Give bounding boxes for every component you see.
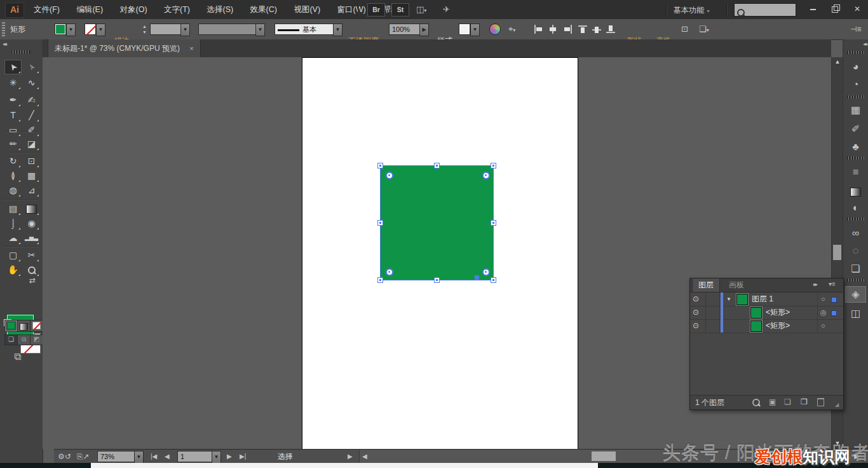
column-graph-tool[interactable]: ▂▅▃ xyxy=(23,231,40,245)
selection-handle-se[interactable] xyxy=(491,277,496,283)
style-dropdown[interactable]: ▼ xyxy=(470,24,480,36)
layer-name[interactable]: 图层 1 xyxy=(752,292,773,306)
menu-select[interactable]: 选择(S) xyxy=(200,0,240,19)
layer-row[interactable]: ⊙ ▼ 图层 1 ○ xyxy=(690,292,843,306)
collapse-dock-icon[interactable]: ◂◂ xyxy=(863,41,866,47)
object-center-point[interactable] xyxy=(475,275,479,280)
target-circle-icon[interactable]: ○ xyxy=(821,295,825,303)
document-tab[interactable]: 未标题-1* @ 73% (CMYK/GPU 预览) × xyxy=(48,39,201,57)
draw-normal-mode-button[interactable]: ❏ xyxy=(4,334,18,345)
image-trace-panel-icon[interactable]: ◌ xyxy=(845,243,866,259)
isolate-object-icon[interactable]: ❏▾ xyxy=(699,19,709,41)
align-top-icon[interactable] xyxy=(578,25,589,34)
artboard-number-dropdown[interactable]: ▼ xyxy=(212,451,221,464)
color-guide-panel-icon[interactable]: ◔ xyxy=(845,76,866,93)
status-flyout-icon[interactable]: ▶ xyxy=(348,450,353,464)
pen-tool[interactable]: ✒ xyxy=(4,93,22,107)
align-to-selection-icon[interactable]: ⌖▾ xyxy=(508,19,515,41)
panel-options-icon[interactable]: ⊣≡ xyxy=(850,19,861,39)
gradient-button[interactable] xyxy=(17,320,31,332)
perspective-grid-tool[interactable]: ⊿ xyxy=(23,183,40,198)
rotate-tool[interactable]: ↻ xyxy=(4,154,22,169)
object-name[interactable]: <矩形> xyxy=(766,319,790,333)
stroke-weight-field[interactable] xyxy=(150,24,184,35)
menu-effect[interactable]: 效果(C) xyxy=(243,0,284,19)
fill-color-dropdown[interactable]: ▼ xyxy=(66,24,76,36)
gpu-performance-icon[interactable]: ⚙↺ xyxy=(58,450,71,464)
stroke-style-dropdown[interactable]: ▼ xyxy=(333,24,342,36)
transparency-panel-icon[interactable]: ◐ xyxy=(845,200,866,216)
artboard-tool[interactable]: ▢ xyxy=(4,248,22,263)
tab-close-icon[interactable]: × xyxy=(189,45,193,52)
object-name[interactable]: <矩形> xyxy=(766,306,790,319)
magic-wand-tool[interactable]: ✳ xyxy=(4,76,22,90)
type-tool[interactable]: T xyxy=(4,108,22,123)
pencil-tool[interactable]: ✏ xyxy=(4,137,22,151)
selection-handle-s[interactable] xyxy=(434,277,440,283)
align-right-icon[interactable] xyxy=(562,25,573,34)
next-artboard-icon[interactable]: ▶ xyxy=(227,450,232,464)
mesh-tool[interactable]: ▤ xyxy=(4,202,22,216)
fill-color-swatch[interactable] xyxy=(55,24,66,35)
align-middle-icon[interactable] xyxy=(592,25,603,34)
selection-indicator[interactable] xyxy=(831,310,837,316)
horizontal-scroll-thumb[interactable] xyxy=(592,451,616,461)
menu-edit[interactable]: 编辑(E) xyxy=(69,0,110,19)
menu-file[interactable]: 文件(F) xyxy=(27,0,67,19)
panel-menu-icon[interactable]: ▾≡ xyxy=(829,280,836,287)
collapse-panel-icon[interactable]: ▸▸ xyxy=(813,281,817,287)
color-button[interactable] xyxy=(4,320,18,332)
resize-grip[interactable]: ◢ xyxy=(835,402,839,408)
brushes-panel-icon[interactable]: ✐ xyxy=(845,121,866,137)
recolor-artwork-icon[interactable] xyxy=(489,24,501,35)
selection-indicator[interactable] xyxy=(831,297,837,303)
brush-definition-field[interactable] xyxy=(198,24,261,35)
none-button[interactable] xyxy=(30,320,43,332)
align-bottom-icon[interactable] xyxy=(606,25,617,34)
shaper-tool[interactable]: ◪ xyxy=(23,137,40,151)
corner-widget[interactable] xyxy=(482,268,490,276)
layer-thumbnail[interactable] xyxy=(736,294,748,305)
visibility-eye-icon[interactable]: ⊙ xyxy=(693,294,699,303)
menu-type[interactable]: 文字(T) xyxy=(157,0,197,19)
make-clip-mask-icon[interactable]: ▣ xyxy=(769,397,776,406)
free-transform-tool[interactable]: ▦ xyxy=(23,169,40,183)
artboards-panel-icon[interactable]: ❏ xyxy=(845,261,866,277)
object-thumbnail[interactable] xyxy=(750,307,762,319)
dock-gripper[interactable] xyxy=(847,51,865,54)
direct-selection-tool[interactable]: ➢ xyxy=(23,60,40,74)
zoom-level-field[interactable]: 73% xyxy=(97,451,137,462)
dock-gripper[interactable] xyxy=(847,156,865,160)
width-tool[interactable]: ≬ xyxy=(4,169,22,183)
stroke-panel-icon[interactable]: ≡ xyxy=(845,164,866,181)
expand-triangle-icon[interactable]: ▼ xyxy=(726,296,731,302)
selection-handle-e[interactable] xyxy=(491,220,496,226)
tab-artboards[interactable]: 画板 xyxy=(723,279,750,292)
stroke-style-field[interactable]: 基本 xyxy=(275,24,338,35)
curvature-tool[interactable]: ✍ xyxy=(23,93,40,107)
arrange-documents-icon[interactable]: ◫▾ xyxy=(416,0,426,20)
last-artboard-icon[interactable]: ▶| xyxy=(240,450,246,464)
pathfinder-panel-icon[interactable]: ◫ xyxy=(845,305,866,322)
close-button[interactable]: ✕ xyxy=(846,0,868,18)
swatches-panel-icon[interactable]: ▦ xyxy=(845,102,866,118)
brush-definition-dropdown[interactable]: ▼ xyxy=(255,24,265,36)
tools-gripper[interactable] xyxy=(11,50,31,53)
menu-view[interactable]: 视图(V) xyxy=(287,0,327,19)
align-left-icon[interactable] xyxy=(534,25,545,34)
blend-tool[interactable]: ◉ xyxy=(23,216,40,231)
corner-widget[interactable] xyxy=(482,172,490,179)
symbol-sprayer-tool[interactable]: ☁ xyxy=(4,231,22,245)
corner-widget[interactable] xyxy=(386,268,393,276)
cc-libraries-panel-icon[interactable]: ∞ xyxy=(845,225,866,242)
gradient-tool[interactable] xyxy=(23,202,40,216)
scroll-left-icon[interactable]: ◀ xyxy=(362,450,367,464)
rectangle-tool[interactable]: ▭ xyxy=(4,123,22,137)
scroll-up-icon[interactable]: ▲ xyxy=(832,59,843,65)
bridge-button[interactable]: Br xyxy=(367,3,385,17)
stroke-color-swatch[interactable] xyxy=(85,24,96,35)
visibility-eye-icon[interactable]: ⊙ xyxy=(693,321,699,330)
stroke-weight-dropdown[interactable]: ▼ xyxy=(180,24,190,36)
align-center-icon[interactable] xyxy=(548,25,559,34)
gradient-panel-icon[interactable] xyxy=(845,183,866,200)
